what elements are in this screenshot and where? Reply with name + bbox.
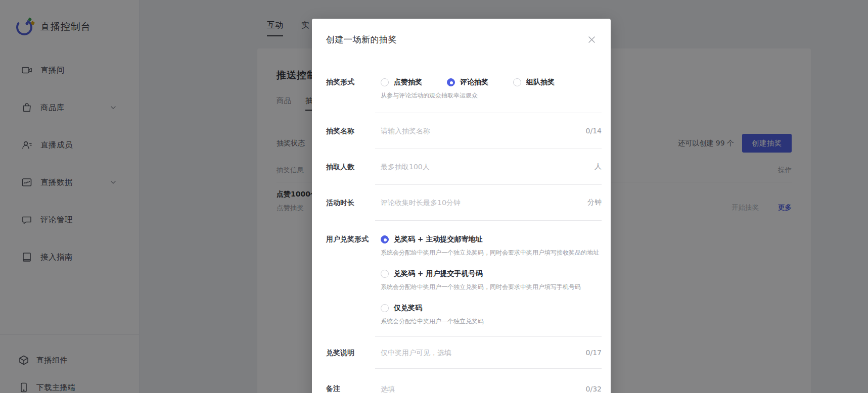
field-lottery-type: 抽奖形式 点赞抽奖 评论抽奖 组队抽奖 从参与评论活 xyxy=(326,67,602,113)
field-helper: 系统会分配给中奖用户一个独立兑奖码 xyxy=(381,317,602,326)
modal-title: 创建一场新的抽奖 xyxy=(326,34,397,45)
radio-redeem-code-only[interactable]: 仅兑奖码 xyxy=(381,304,577,313)
redeem-option-phone-number: 兑奖码 + 用户提交手机号码 系统会分配给中奖用户一个独立兑奖码，同时会要求中奖… xyxy=(381,269,602,291)
field-lottery-name: 抽奖名称 0/14 xyxy=(326,113,602,149)
unit-suffix: 人 xyxy=(595,162,602,171)
field-helper: 系统会分配给中奖用户一个独立兑奖码，同时会要求中奖用户填写手机号码 xyxy=(381,283,602,291)
field-redeem-description: 兑奖说明 0/17 xyxy=(326,337,602,369)
radio-team-lottery[interactable]: 组队抽奖 xyxy=(513,78,555,87)
remark-input[interactable] xyxy=(381,385,582,393)
radio-circle-icon xyxy=(381,78,389,86)
field-helper: 系统会分配给中奖用户一个独立兑奖码，同时会要求中奖用户填写接收奖品的地址 xyxy=(381,249,602,257)
char-counter: 0/32 xyxy=(586,385,602,393)
radio-circle-icon xyxy=(381,270,389,278)
field-helper: 从参与评论活动的观众抽取幸运观众 xyxy=(381,91,602,100)
redeem-description-input[interactable] xyxy=(381,349,582,357)
draw-count-input[interactable] xyxy=(381,163,590,171)
field-label: 备注 xyxy=(326,369,375,393)
close-icon[interactable] xyxy=(587,35,597,44)
radio-circle-icon xyxy=(447,78,455,86)
field-label: 用户兑奖形式 xyxy=(326,221,375,337)
field-draw-count: 抽取人数 人 xyxy=(326,149,602,185)
radio-circle-icon xyxy=(381,235,389,243)
field-redeem-type: 用户兑奖形式 兑奖码 + 主动提交邮寄地址 系统会分配给中奖用户一个独立兑奖码，… xyxy=(326,221,602,337)
redeem-option-mail-address: 兑奖码 + 主动提交邮寄地址 系统会分配给中奖用户一个独立兑奖码，同时会要求中奖… xyxy=(381,235,602,257)
field-label: 活动时长 xyxy=(326,185,375,221)
radio-comment-lottery[interactable]: 评论抽奖 xyxy=(447,78,488,87)
modal-form: 抽奖形式 点赞抽奖 评论抽奖 组队抽奖 从参与评论活 xyxy=(312,67,611,393)
modal-header: 创建一场新的抽奖 xyxy=(312,19,611,45)
redeem-option-code-only: 仅兑奖码 系统会分配给中奖用户一个独立兑奖码 xyxy=(381,304,602,326)
field-remark: 备注 0/32 xyxy=(326,369,602,393)
field-label: 兑奖说明 xyxy=(326,337,375,369)
radio-redeem-phone[interactable]: 兑奖码 + 用户提交手机号码 xyxy=(381,269,577,278)
field-duration: 活动时长 分钟 xyxy=(326,185,602,221)
field-label: 抽奖名称 xyxy=(326,113,375,149)
char-counter: 0/17 xyxy=(586,349,602,357)
radio-like-lottery[interactable]: 点赞抽奖 xyxy=(381,78,422,87)
radio-redeem-mail[interactable]: 兑奖码 + 主动提交邮寄地址 xyxy=(381,235,577,244)
radio-circle-icon xyxy=(513,78,521,86)
lottery-name-input[interactable] xyxy=(381,127,582,135)
radio-circle-icon xyxy=(381,304,389,312)
char-counter: 0/14 xyxy=(586,127,602,135)
field-label: 抽奖形式 xyxy=(326,67,375,113)
duration-input[interactable] xyxy=(381,199,583,207)
unit-suffix: 分钟 xyxy=(587,198,602,207)
create-lottery-modal: 创建一场新的抽奖 抽奖形式 点赞抽奖 评论抽奖 xyxy=(312,19,611,393)
field-label: 抽取人数 xyxy=(326,149,375,185)
